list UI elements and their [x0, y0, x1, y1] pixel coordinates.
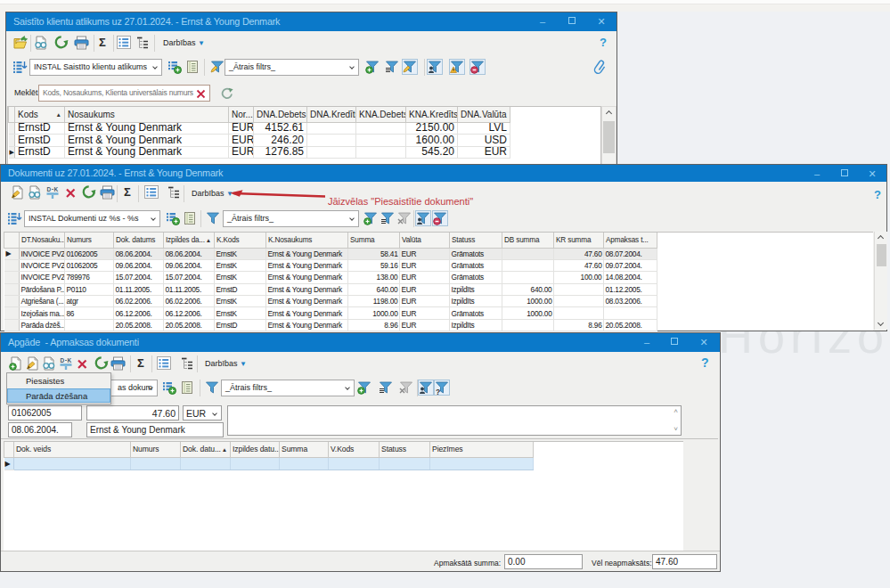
- svg-text:?: ?: [436, 388, 440, 396]
- svg-text:Σ: Σ: [99, 36, 106, 49]
- svg-text:Σ: Σ: [124, 185, 131, 199]
- svg-text:D: D: [61, 357, 65, 363]
- svg-text:Σ: Σ: [137, 356, 144, 370]
- svg-text:K: K: [68, 357, 72, 363]
- svg-text:D: D: [47, 186, 52, 192]
- svg-text:K: K: [54, 186, 59, 192]
